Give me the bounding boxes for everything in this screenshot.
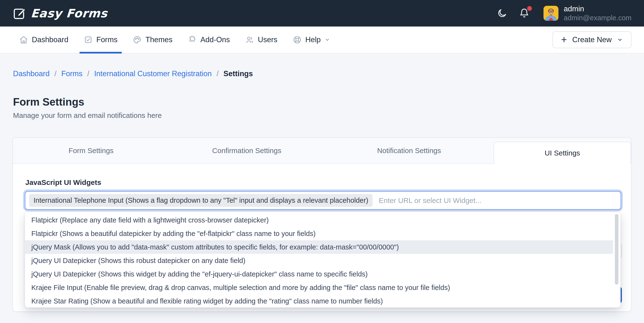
menu-item-forms[interactable]: Forms (77, 26, 124, 53)
dropdown-option-highlighted[interactable]: jQuery Mask (Allows you to add "data-mas… (25, 240, 613, 254)
moon-icon (497, 8, 507, 18)
menu-items: Dashboard Forms Themes Add-Ons (12, 26, 337, 53)
palette-icon (133, 36, 142, 44)
puzzle-icon (188, 36, 196, 44)
menu-item-users[interactable]: Users (238, 26, 284, 53)
ui-widgets-multiselect[interactable]: International Telephone Input (Shows a f… (25, 191, 621, 210)
menu-item-themes[interactable]: Themes (126, 26, 179, 53)
check-square-icon (84, 36, 92, 44)
menu-label: Users (258, 36, 278, 44)
main-menu: Dashboard Forms Themes Add-Ons (0, 26, 644, 54)
dropdown-option[interactable]: Flatpickr (Replace any date field with a… (25, 213, 613, 227)
topbar-right: admin admin@example.com (496, 4, 632, 22)
menu-label: Help (305, 36, 321, 44)
create-new-button[interactable]: + Create New (552, 31, 632, 48)
dropdown-option[interactable]: jQuery UI Datepicker (Shows this robust … (25, 254, 613, 267)
chevron-down-icon (617, 37, 623, 43)
selected-widget-tag[interactable]: International Telephone Input (Shows a f… (29, 194, 372, 207)
breadcrumb-separator: / (54, 70, 57, 78)
breadcrumb-separator: / (216, 70, 218, 78)
user-menu[interactable]: admin admin@example.com (544, 4, 632, 22)
breadcrumb-separator: / (87, 70, 90, 78)
widget-search-input[interactable] (379, 196, 617, 205)
menu-label: Add-Ons (200, 36, 230, 44)
chevron-down-icon (325, 37, 330, 42)
breadcrumb-link-forms[interactable]: Forms (61, 70, 82, 78)
menu-item-dashboard[interactable]: Dashboard (12, 26, 75, 53)
dark-mode-toggle[interactable] (496, 8, 508, 19)
breadcrumb-link-form-name[interactable]: International Customer Registration (94, 70, 212, 78)
avatar (544, 6, 558, 21)
settings-tabs: Form Settings Confirmation Settings Noti… (13, 138, 631, 164)
page-subtitle: Manage your form and email notifications… (13, 111, 162, 120)
home-icon (19, 36, 28, 44)
tab-confirmation-settings[interactable]: Confirmation Settings (169, 138, 325, 164)
menu-item-addons[interactable]: Add-Ons (181, 26, 236, 53)
top-navbar: Easy Forms (0, 0, 644, 26)
page-title: Form Settings (13, 96, 84, 108)
dropdown-option[interactable]: Flatpickr (Shows a beautiful datepicker … (25, 227, 613, 240)
tab-ui-settings[interactable]: UI Settings (494, 142, 631, 164)
app-screen: Easy Forms (0, 0, 644, 323)
menu-label: Dashboard (32, 36, 68, 44)
breadcrumb-link-dashboard[interactable]: Dashboard (13, 70, 50, 78)
dropdown-option[interactable]: Krajee File Input (Enable file preview, … (25, 281, 613, 294)
user-email: admin@example.com (564, 14, 632, 22)
menu-item-help[interactable]: Help (286, 26, 337, 53)
widgets-field-label: JavaScript UI Widgets (25, 178, 101, 186)
create-new-label: Create New (572, 36, 612, 44)
user-name: admin (564, 4, 632, 14)
brand-logo[interactable]: Easy Forms (12, 6, 108, 20)
tab-notification-settings[interactable]: Notification Settings (324, 138, 494, 164)
dropdown-scrollbar[interactable] (615, 214, 618, 285)
breadcrumb-current: Settings (224, 70, 253, 78)
widget-dropdown: Flatpickr (Replace any date field with a… (25, 212, 620, 308)
notifications-button[interactable] (518, 8, 530, 19)
users-icon (245, 36, 254, 44)
dropdown-option[interactable]: Krajee Star Rating (Show a beautiful and… (25, 294, 613, 308)
breadcrumb: Dashboard / Forms / International Custom… (13, 70, 253, 78)
help-icon (293, 36, 302, 44)
notification-dot (527, 6, 532, 11)
plus-icon: + (561, 35, 567, 45)
menu-label: Forms (96, 36, 118, 44)
dropdown-option[interactable]: jQuery UI Datepicker (Shows this widget … (25, 267, 613, 281)
pencil-square-icon (12, 6, 26, 20)
brand-name: Easy Forms (30, 6, 108, 20)
menu-label: Themes (145, 36, 172, 44)
tab-form-settings[interactable]: Form Settings (13, 138, 169, 164)
